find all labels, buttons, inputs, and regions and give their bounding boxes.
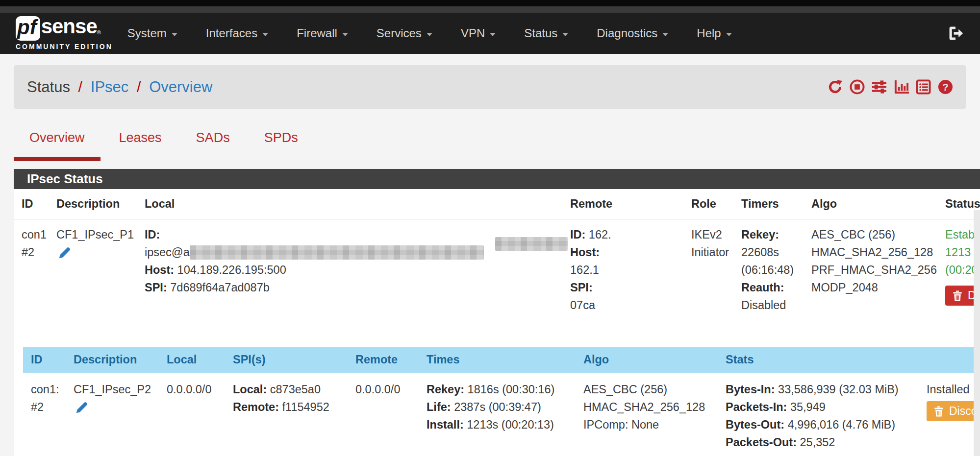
pfsense-logo[interactable]: pf sense ® COMMUNITY EDITION — [16, 16, 113, 50]
redacted-white — [599, 264, 673, 276]
col-algo: Algo — [576, 347, 718, 373]
chevron-down-icon — [427, 33, 432, 36]
tab-bar: Overview Leases SADs SPDs — [29, 130, 966, 161]
nav-item-help[interactable]: Help — [697, 26, 731, 40]
bytes-in-label: Bytes-In: — [726, 383, 775, 396]
logo-pf: pf — [16, 16, 40, 41]
sliders-icon[interactable] — [872, 79, 887, 95]
page-action-icons: ? — [828, 79, 953, 95]
ipsec-status-panel: IPsec Status ID Description Local Remote… — [14, 169, 980, 456]
tab-leases[interactable]: Leases — [119, 130, 162, 161]
spi-local-label: Local: — [233, 383, 267, 396]
top-black-bar — [0, 0, 980, 6]
tab-overview[interactable]: Overview — [29, 130, 85, 161]
breadcrumb: Status / IPsec / Overview — [27, 78, 212, 96]
algo-prf: PRF_HMAC_SHA2_256 — [811, 261, 937, 279]
algo-integrity: HMAC_SHA2_256_128 — [583, 398, 718, 416]
cell-algo: AES_CBC (256) HMAC_SHA2_256_128 IPComp: … — [576, 373, 718, 456]
cell-times: Rekey: 1816s (00:30:16) Life: 2387s (00:… — [419, 373, 576, 456]
remote-host-label: Host: — [570, 246, 600, 259]
rekey-label: Rekey: — [427, 383, 464, 396]
panel-body: ID Description Local Remote Role Timers … — [14, 189, 980, 456]
col-description: Description — [49, 189, 137, 219]
description-text: CF1_IPsec_P1 — [56, 226, 137, 243]
nav-item-label: Status — [524, 26, 557, 40]
breadcrumb-link-ipsec[interactable]: IPsec — [91, 78, 129, 96]
bytes-in-value: 33,586,939 (32.03 MiB) — [778, 383, 899, 396]
logo-registered-mark: ® — [97, 30, 101, 35]
col-local: Local — [159, 347, 225, 373]
cell-spis: Local: c873e5a0 Remote: f1154952 — [225, 373, 348, 456]
cell-remote: ID: 162. Host: 162.1 SPI: 07ca — [562, 219, 683, 340]
algo-dh-group: MODP_2048 — [811, 279, 937, 296]
list-icon[interactable] — [916, 79, 931, 95]
svg-text:?: ? — [942, 82, 948, 93]
breadcrumb-link-overview[interactable]: Overview — [149, 78, 212, 96]
refresh-icon[interactable] — [828, 79, 843, 95]
local-host-label: Host: — [145, 264, 174, 276]
nav-item-label: Diagnostics — [597, 26, 657, 40]
nav-item-status[interactable]: Status — [524, 26, 568, 40]
child-header-row: ID Description Local SPI(s) Remote Times… — [23, 347, 980, 373]
bar-chart-icon[interactable] — [894, 79, 909, 95]
redacted-pixelated — [495, 237, 568, 251]
scrollbar-gutter[interactable] — [974, 210, 980, 456]
nav-item-firewall[interactable]: Firewall — [297, 26, 348, 40]
nav-item-services[interactable]: Services — [377, 26, 432, 40]
logo-sense: sense — [41, 16, 97, 37]
role-protocol: IKEv2 — [691, 226, 733, 243]
sign-out-icon[interactable] — [947, 24, 964, 42]
cell-local: ID: ipsec@a Host: 104.189.226.195:500 SP… — [137, 219, 562, 340]
cell-id: con1: #2 — [23, 373, 66, 456]
connection-id: con1 — [22, 226, 49, 243]
cell-description: CF1_IPsec_P1 — [49, 219, 137, 340]
breadcrumb-separator: / — [75, 78, 87, 96]
nav-item-diagnostics[interactable]: Diagnostics — [597, 26, 668, 40]
stop-icon[interactable] — [850, 79, 865, 95]
remote-spi-label: SPI: — [570, 281, 593, 294]
nav-item-label: Services — [377, 26, 422, 40]
algo-ipcomp: IPComp: None — [583, 416, 718, 433]
connection-instance: #2 — [22, 243, 49, 261]
chevron-down-icon — [726, 33, 732, 36]
local-id-value: ipsec@a — [145, 246, 190, 259]
rekey-value: 1816s (00:30:16) — [468, 383, 555, 396]
redacted-white — [611, 228, 656, 241]
algo-integrity: HMAC_SHA2_256_128 — [811, 243, 937, 261]
remote-id-value: 162. — [589, 228, 611, 241]
edit-pencil-icon[interactable] — [75, 400, 89, 415]
description-text: CF1_IPsec_P2 — [74, 381, 159, 398]
nav-menu: System Interfaces Firewall Services VPN … — [127, 26, 947, 40]
disconnect-p2-button[interactable]: Disco — [927, 401, 980, 421]
nav-item-interfaces[interactable]: Interfaces — [206, 26, 268, 40]
logo-tagline: COMMUNITY EDITION — [16, 43, 113, 50]
chevron-down-icon — [262, 33, 268, 36]
redacted-white — [570, 316, 661, 329]
nav-item-label: Help — [697, 26, 721, 40]
remote-id-label: ID: — [570, 228, 585, 241]
ike-sa-table: ID Description Local Remote Role Timers … — [14, 189, 980, 339]
spi-remote-label: Remote: — [233, 401, 279, 413]
nav-item-vpn[interactable]: VPN — [461, 26, 496, 40]
bytes-out-value: 4,996,016 (4.76 MiB) — [788, 418, 895, 431]
chevron-down-icon — [562, 33, 568, 36]
col-algo: Algo — [804, 189, 937, 219]
col-description: Description — [66, 347, 159, 373]
cell-description: CF1_IPsec_P2 — [66, 373, 159, 456]
edit-pencil-icon[interactable] — [57, 245, 72, 260]
col-remote: Remote — [562, 189, 683, 219]
breadcrumb-root: Status — [27, 78, 70, 96]
local-network: 0.0.0.0/0 — [167, 381, 225, 398]
tab-spds[interactable]: SPDs — [264, 130, 298, 161]
trash-icon — [933, 406, 945, 417]
col-id: ID — [14, 189, 49, 219]
nav-item-system[interactable]: System — [127, 26, 177, 40]
local-spi-value: 7d689f64a7ad087b — [170, 281, 270, 294]
cell-status: Installed Disco — [919, 373, 980, 456]
algo-encryption: AES_CBC (256) — [811, 226, 937, 243]
tab-sads[interactable]: SADs — [196, 130, 230, 161]
help-icon[interactable]: ? — [938, 79, 953, 95]
remote-host-value: 162.1 — [570, 264, 599, 276]
child-sa-section: ID Description Local SPI(s) Remote Times… — [14, 339, 980, 456]
life-label: Life: — [427, 401, 451, 413]
